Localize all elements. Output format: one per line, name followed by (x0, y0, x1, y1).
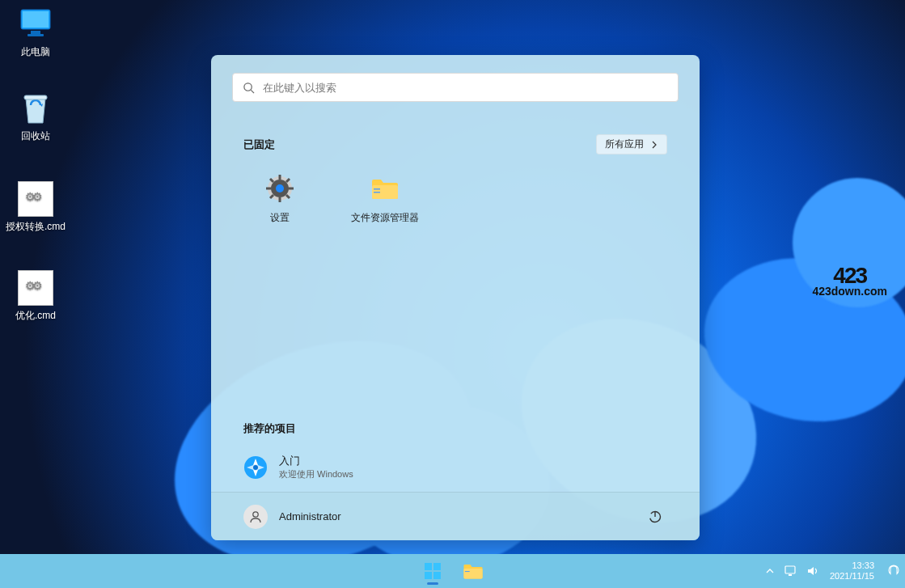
desktop-icon-label: 授权转换.cmd (6, 220, 66, 234)
search-icon (243, 82, 255, 94)
svg-rect-3 (27, 34, 44, 36)
desktop-icon-cmd1[interactable]: 授权转换.cmd (5, 181, 66, 234)
all-apps-button[interactable]: 所有应用 (596, 134, 667, 154)
network-icon (784, 565, 797, 577)
pinned-item-label: 文件资源管理器 (351, 211, 419, 225)
svg-rect-30 (463, 569, 482, 578)
search-box[interactable] (232, 73, 679, 102)
watermark: 423 423down.com (812, 267, 887, 298)
power-button[interactable] (643, 505, 667, 529)
recycle-bin-icon (18, 91, 53, 126)
search-input[interactable] (263, 82, 668, 94)
tray-network-button[interactable] (784, 565, 797, 577)
start-menu: 已固定 所有应用 设置 文件资源管理器 (211, 55, 700, 540)
taskbar: 13:33 2021/11/15 (0, 554, 905, 588)
svg-rect-4 (24, 95, 47, 99)
monitor-icon (18, 6, 53, 42)
folder-icon (370, 174, 400, 203)
recommended-subtitle: 欢迎使用 Windows (279, 468, 353, 480)
recommended-header: 推荐的项目 (243, 421, 667, 436)
recommended-item-get-started[interactable]: 入门 欢迎使用 Windows (243, 451, 667, 484)
folder-icon (463, 562, 484, 580)
pinned-header: 已固定 (243, 137, 275, 152)
tray-overflow-button[interactable] (765, 566, 775, 576)
settings-icon (265, 174, 294, 203)
svg-rect-33 (789, 574, 792, 576)
svg-point-9 (276, 184, 284, 192)
desktop-icon-this-pc[interactable]: 此电脑 (5, 6, 66, 59)
notifications-icon (887, 565, 900, 577)
svg-rect-32 (785, 566, 795, 573)
desktop-icon-label: 回收站 (21, 129, 50, 143)
svg-point-5 (244, 82, 252, 90)
user-button[interactable]: Administrator (243, 505, 341, 529)
desktop-icon-cmd2[interactable]: 优化.cmd (5, 270, 66, 323)
svg-rect-29 (433, 572, 441, 579)
svg-line-6 (251, 90, 254, 93)
user-avatar-icon (243, 505, 268, 529)
time-text: 13:33 (830, 561, 874, 571)
desktop-icon-recycle-bin[interactable]: 回收站 (5, 91, 66, 143)
pinned-item-file-explorer[interactable]: 文件资源管理器 (349, 174, 421, 225)
tray-notifications-button[interactable] (887, 565, 900, 577)
volume-icon (807, 565, 820, 577)
recommended-title: 入门 (279, 454, 353, 468)
svg-rect-31 (464, 571, 469, 572)
desktop-icon-label: 优化.cmd (15, 309, 56, 323)
pinned-item-label: 设置 (270, 211, 290, 225)
svg-rect-28 (425, 572, 432, 579)
chevron-right-icon (650, 141, 658, 149)
pinned-item-settings[interactable]: 设置 (243, 174, 316, 225)
svg-rect-26 (425, 563, 432, 570)
watermark-line2: 423down.com (812, 285, 887, 298)
svg-rect-19 (374, 188, 380, 190)
all-apps-label: 所有应用 (605, 137, 644, 151)
start-footer: Administrator (211, 492, 700, 540)
taskbar-clock[interactable]: 13:33 2021/11/15 (830, 561, 874, 582)
desktop: 此电脑 回收站 授权转换.cmd 优化.cmd 423 423down.com … (0, 0, 905, 588)
chevron-up-icon (765, 566, 775, 576)
svg-rect-2 (31, 31, 40, 34)
watermark-line1: 423 (812, 267, 887, 285)
user-name: Administrator (279, 510, 341, 522)
compass-icon (243, 455, 268, 480)
windows-icon (423, 561, 442, 581)
desktop-icon-label: 此电脑 (21, 45, 50, 59)
date-text: 2021/11/15 (830, 571, 874, 582)
power-icon (648, 510, 662, 524)
taskbar-file-explorer[interactable] (457, 555, 489, 587)
taskbar-start-button[interactable] (417, 555, 449, 587)
cmd-file-icon (18, 270, 53, 306)
svg-point-23 (253, 511, 258, 516)
svg-rect-27 (433, 563, 441, 570)
svg-rect-20 (374, 192, 380, 193)
cmd-file-icon (18, 181, 53, 217)
svg-point-22 (253, 465, 258, 470)
tray-volume-button[interactable] (807, 565, 820, 577)
svg-rect-1 (23, 11, 49, 27)
